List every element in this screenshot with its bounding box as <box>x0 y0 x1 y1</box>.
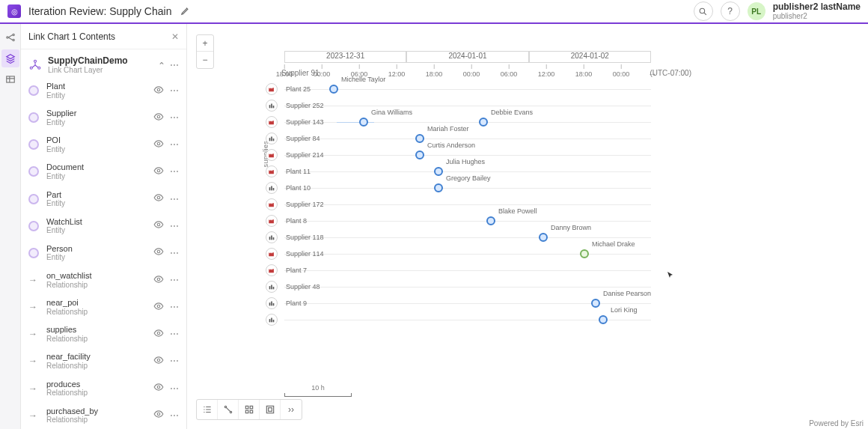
visibility-toggle-icon[interactable] <box>153 112 164 124</box>
person-node[interactable] <box>415 150 424 159</box>
visibility-toggle-icon[interactable] <box>153 246 164 259</box>
svg-point-3 <box>12 39 13 40</box>
visibility-toggle-icon[interactable] <box>153 165 164 178</box>
supplier-icon <box>266 231 278 243</box>
legend-item-poi[interactable]: POIEntity⋯ <box>21 131 186 158</box>
svg-rect-27 <box>273 139 275 141</box>
svg-rect-41 <box>271 318 272 323</box>
person-node[interactable] <box>415 134 424 143</box>
person-node[interactable] <box>479 118 488 127</box>
legend-more-icon[interactable]: ⋯ <box>170 410 179 421</box>
help-button[interactable]: ? <box>721 1 740 21</box>
day-band: 2024-01-02 <box>529 51 651 63</box>
layer-more-icon[interactable]: ⋯ <box>170 60 179 70</box>
legend-item-near_facility[interactable]: →near_facilityRelationship⋯ <box>21 347 186 374</box>
top-left-marker: Supplier 91 <box>281 69 320 77</box>
legend-item-on_watchlist[interactable]: →on_watchlistRelationship⋯ <box>21 267 186 293</box>
person-node[interactable] <box>329 85 338 94</box>
visibility-toggle-icon[interactable] <box>153 355 164 368</box>
plant-icon <box>266 165 278 177</box>
person-node[interactable] <box>359 118 368 127</box>
edit-title-icon[interactable] <box>180 5 191 18</box>
visibility-toggle-icon[interactable] <box>153 409 164 422</box>
entity-swatch-icon <box>28 194 39 204</box>
relationship-icon: → <box>28 302 39 312</box>
legend-more-icon[interactable]: ⋯ <box>170 275 179 285</box>
sidebar-close-icon[interactable]: ✕ <box>171 31 179 42</box>
svg-point-7 <box>38 67 40 69</box>
person-node[interactable] <box>434 183 443 192</box>
plant-icon <box>266 215 278 227</box>
legend-more-icon[interactable]: ⋯ <box>170 166 179 177</box>
person-node[interactable] <box>434 167 443 176</box>
visibility-toggle-icon[interactable] <box>153 139 164 151</box>
rail-graph-icon[interactable] <box>1 28 19 46</box>
legend-item-part[interactable]: PartEntity⋯ <box>21 186 186 213</box>
zoom-out-button[interactable]: − <box>197 52 213 68</box>
legend-more-icon[interactable]: ⋯ <box>170 329 179 339</box>
user-avatar[interactable]: PL <box>748 2 765 20</box>
layer-sub: Link Chart Layer <box>48 66 128 74</box>
legend-more-icon[interactable]: ⋯ <box>170 302 179 312</box>
person-node[interactable] <box>539 233 548 242</box>
legend-item-supplier[interactable]: SupplierEntity⋯ <box>21 104 186 131</box>
tool-expand-icon[interactable]: ›› <box>281 400 302 419</box>
entity-swatch-icon <box>28 85 39 96</box>
layer-collapse-icon[interactable]: ⌄ <box>158 60 165 70</box>
tool-link-icon[interactable] <box>218 400 239 419</box>
person-node[interactable] <box>599 315 608 324</box>
legend-more-icon[interactable]: ⋯ <box>170 139 179 150</box>
timeline-row: Supplier 48 <box>284 279 651 295</box>
visibility-toggle-icon[interactable] <box>153 301 164 314</box>
legend-item-plant[interactable]: PlantEntity⋯ <box>21 77 186 104</box>
legend-kind: Entity <box>46 226 82 235</box>
visibility-toggle-icon[interactable] <box>153 382 164 395</box>
relationship-icon: → <box>28 356 39 366</box>
svg-point-5 <box>34 60 37 62</box>
visibility-toggle-icon[interactable] <box>153 219 164 232</box>
tool-list-icon[interactable] <box>197 400 218 419</box>
scale-label: 10 h <box>311 384 325 392</box>
visibility-toggle-icon[interactable] <box>153 85 164 97</box>
search-button[interactable] <box>694 1 713 21</box>
legend-item-supplies[interactable]: →suppliesRelationship⋯ <box>21 320 186 347</box>
row-label: Plant 9 <box>286 295 307 311</box>
svg-rect-45 <box>245 406 248 409</box>
person-node[interactable] <box>580 249 589 258</box>
legend-more-icon[interactable]: ⋯ <box>170 221 179 231</box>
svg-rect-4 <box>6 76 14 82</box>
person-label: Lori King <box>611 306 638 314</box>
legend-more-icon[interactable]: ⋯ <box>170 356 179 366</box>
legend-kind: Entity <box>46 172 84 181</box>
rail-table-icon[interactable] <box>1 70 19 88</box>
legend-more-icon[interactable]: ⋯ <box>170 248 179 258</box>
legend-more-icon[interactable]: ⋯ <box>170 85 179 96</box>
legend-item-watchlist[interactable]: WatchListEntity⋯ <box>21 213 186 240</box>
person-node[interactable] <box>591 299 600 308</box>
legend-more-icon[interactable]: ⋯ <box>170 383 179 394</box>
rail-layers-icon[interactable] <box>1 49 19 67</box>
timeline-row: Supplier 252 <box>284 97 651 114</box>
person-node[interactable] <box>486 216 495 225</box>
visibility-toggle-icon[interactable] <box>153 192 164 205</box>
legend-item-purchased_by[interactable]: →purchased_byRelationship⋯ <box>21 402 186 429</box>
visibility-toggle-icon[interactable] <box>153 328 164 341</box>
svg-point-20 <box>157 413 160 416</box>
relationship-icon: → <box>28 275 39 285</box>
legend-item-person[interactable]: PersonEntity⋯ <box>21 240 186 267</box>
visibility-toggle-icon[interactable] <box>153 274 164 287</box>
legend-more-icon[interactable]: ⋯ <box>170 194 179 204</box>
svg-rect-46 <box>250 406 253 409</box>
legend-item-near_poi[interactable]: →near_poiRelationship⋯ <box>21 293 186 320</box>
zoom-in-button[interactable]: + <box>197 35 213 52</box>
tool-frame-icon[interactable] <box>260 400 281 419</box>
tool-grid-icon[interactable] <box>239 400 260 419</box>
legend-name: Document <box>46 162 84 172</box>
legend-more-icon[interactable]: ⋯ <box>170 112 179 123</box>
legend-item-produces[interactable]: →producesRelationship⋯ <box>21 375 186 402</box>
legend-name: Plant <box>46 82 65 91</box>
legend-kind: Entity <box>46 118 76 127</box>
relationship-icon: → <box>28 410 39 421</box>
person-label: Michelle Taylor <box>341 76 385 83</box>
legend-item-document[interactable]: DocumentEntity⋯ <box>21 158 186 185</box>
